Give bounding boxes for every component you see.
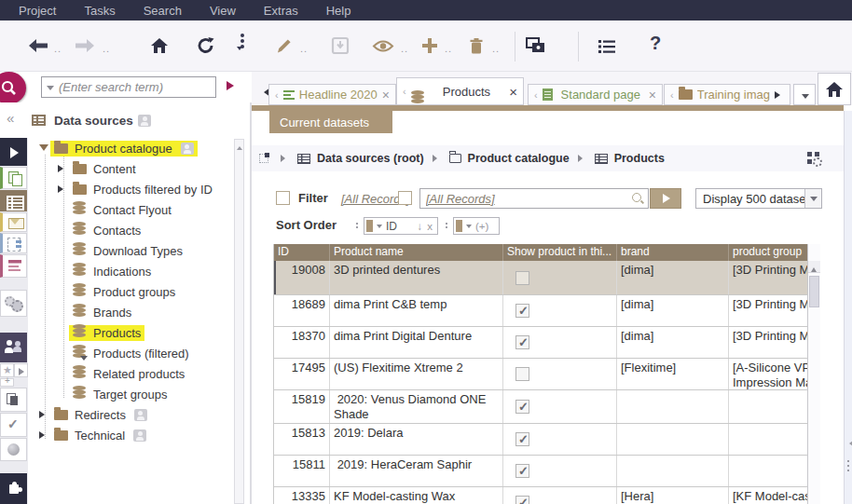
- chevron-down-icon[interactable]: [804, 189, 821, 208]
- tree-item-brands[interactable]: Brands: [28, 302, 246, 322]
- show-product-checkbox[interactable]: [515, 496, 529, 504]
- show-product-checkbox[interactable]: [515, 432, 529, 446]
- search-input[interactable]: [57, 78, 213, 96]
- table-row-17495[interactable]: 17495(US) Flexitime Xtreme 2[Flexitime][…: [274, 359, 807, 390]
- tree-item-target-groups[interactable]: Target groups: [28, 384, 246, 404]
- close-icon[interactable]: ×: [509, 85, 517, 99]
- search-scope-caret-icon[interactable]: [47, 86, 54, 94]
- preview-play-icon[interactable]: [0, 138, 27, 166]
- tab-training-images[interactable]: ‹Training images: [664, 84, 790, 105]
- list-icon[interactable]: [595, 34, 619, 58]
- chevron-down-icon[interactable]: [377, 225, 382, 231]
- delete-trash-icon[interactable]: [464, 34, 488, 58]
- save-icon[interactable]: [328, 34, 352, 58]
- forward-icon[interactable]: [73, 34, 97, 58]
- preview-window-icon[interactable]: [524, 34, 548, 58]
- tree-item-contact-flyout[interactable]: Contact Flyout: [28, 199, 246, 220]
- show-product-checkbox[interactable]: [515, 367, 529, 381]
- column-header-product-name[interactable]: Product name: [329, 244, 502, 261]
- search-icon[interactable]: [0, 72, 26, 104]
- mail-icon[interactable]: [0, 212, 27, 232]
- scroll-up-icon[interactable]: [808, 261, 820, 273]
- tab-products[interactable]: ‹Products×: [396, 77, 524, 105]
- menu-item-extras[interactable]: Extras: [264, 4, 298, 18]
- check-icon[interactable]: [0, 413, 27, 437]
- tree-item-products-filtered-[interactable]: Products (filtered): [28, 343, 246, 363]
- menu-item-search[interactable]: Search: [144, 4, 182, 18]
- sort-drag-handle[interactable]: [356, 223, 358, 231]
- breadcrumb-root-icon[interactable]: [259, 154, 268, 163]
- column-header-brand[interactable]: brand: [616, 244, 728, 261]
- show-product-checkbox[interactable]: [515, 304, 529, 318]
- table-row-18370[interactable]: 18370dima Print Digital Denture[dima][3D…: [274, 327, 807, 359]
- table-settings-icon[interactable]: [807, 152, 821, 166]
- column-header-show-product-in-thi-[interactable]: Show product in thi...: [502, 244, 616, 261]
- trash-overflow-dots[interactable]: ..: [492, 43, 500, 54]
- play-small-icon[interactable]: [14, 363, 28, 377]
- sort-drag-handle[interactable]: [446, 223, 447, 231]
- chevron-down-icon[interactable]: [466, 225, 472, 231]
- display-datasets-dropdown[interactable]: Display 500 datasets: [695, 188, 822, 209]
- right-panel-splitter[interactable]: [844, 111, 852, 504]
- forward-overflow-dots[interactable]: ..: [103, 43, 110, 54]
- breadcrumb-item[interactable]: Data sources (root): [317, 152, 424, 165]
- collapse-sidebar-button[interactable]: «: [7, 110, 14, 126]
- show-product-checkbox[interactable]: [515, 400, 529, 414]
- tree-item-indications[interactable]: Indications: [28, 261, 246, 281]
- back-icon[interactable]: [26, 34, 50, 58]
- more-kebab-icon[interactable]: [237, 32, 248, 63]
- table-row-18689[interactable]: 18689dima Print C&B temp[dima][3D Printi…: [274, 295, 807, 327]
- filter-search-input[interactable]: [421, 190, 626, 207]
- plugins-puzzle-icon[interactable]: [0, 473, 27, 504]
- tree-item-product-catalogue[interactable]: Product catalogue: [28, 138, 246, 158]
- pages-icon[interactable]: [0, 167, 27, 189]
- table-row-13335[interactable]: 13335KF Model-casting Wax[Hera][KF Model…: [274, 487, 807, 504]
- show-product-checkbox[interactable]: [515, 464, 529, 478]
- tree-expander-icon[interactable]: [37, 141, 50, 156]
- search-go-button[interactable]: [227, 81, 239, 90]
- tab-standard-page[interactable]: ‹Standard page×: [528, 84, 663, 105]
- history-clock-icon[interactable]: [0, 438, 27, 461]
- filter-checkbox[interactable]: [276, 191, 290, 205]
- table-scrollbar[interactable]: [807, 244, 820, 504]
- help-icon[interactable]: ?: [650, 33, 661, 54]
- column-header-id[interactable]: ID: [274, 244, 329, 261]
- tab-collapse-icon[interactable]: ‹: [534, 89, 538, 101]
- tree-expander-icon[interactable]: [37, 431, 50, 439]
- users-icon[interactable]: [0, 333, 27, 362]
- table-row-19008[interactable]: 190083D printed dentures[dima][3D Printi…: [274, 261, 807, 295]
- tree-expander-icon[interactable]: [37, 411, 50, 418]
- table-row-15813[interactable]: 158132019: Delara: [274, 424, 807, 456]
- menu-item-project[interactable]: Project: [19, 4, 56, 18]
- sort-chip-primary[interactable]: ID ↓ x: [364, 217, 438, 235]
- start-page-home-button[interactable]: [818, 73, 851, 105]
- tree-item-technical[interactable]: Technical: [28, 425, 246, 445]
- tab-collapse-icon[interactable]: ‹: [403, 86, 406, 97]
- tree-item-download-types[interactable]: Download Types: [28, 240, 246, 261]
- back-overflow-dots[interactable]: ..: [54, 43, 62, 54]
- structure-icon[interactable]: [0, 233, 27, 253]
- preview-eye-icon[interactable]: [371, 34, 395, 58]
- column-header-product-group[interactable]: product group: [728, 244, 807, 261]
- eye-overflow-dots[interactable]: ..: [401, 43, 408, 54]
- filter-search-checkbox[interactable]: [398, 191, 412, 205]
- filter-apply-button[interactable]: [650, 188, 681, 209]
- add-overflow-dots[interactable]: ..: [445, 43, 452, 54]
- sort-chip-add[interactable]: (+): [453, 217, 500, 235]
- tab-headline-2020[interactable]: ‹Headline 2020×: [268, 84, 396, 105]
- show-product-checkbox[interactable]: [515, 271, 529, 285]
- tree-expander-icon[interactable]: [56, 185, 69, 193]
- scrollbar-thumb[interactable]: [809, 276, 819, 307]
- tab-scroll-right-icon[interactable]: [775, 91, 784, 99]
- edit-pencil-icon[interactable]: [272, 34, 296, 58]
- table-row-15811[interactable]: 15811 2019: HeraCeram Saphir: [274, 456, 807, 487]
- tree-item-redirects[interactable]: Redirects: [28, 404, 246, 425]
- menu-item-view[interactable]: View: [210, 4, 236, 18]
- settings-gears-icon[interactable]: [0, 290, 27, 317]
- table-row-15819[interactable]: 15819 2020: Venus Diamond ONE Shade: [274, 390, 807, 424]
- home-icon[interactable]: [147, 34, 172, 58]
- data-sources-table-icon[interactable]: [0, 190, 27, 211]
- tree-expander-icon[interactable]: [56, 165, 69, 172]
- add-small-icon[interactable]: [0, 378, 14, 387]
- menu-item-help[interactable]: Help: [326, 4, 351, 18]
